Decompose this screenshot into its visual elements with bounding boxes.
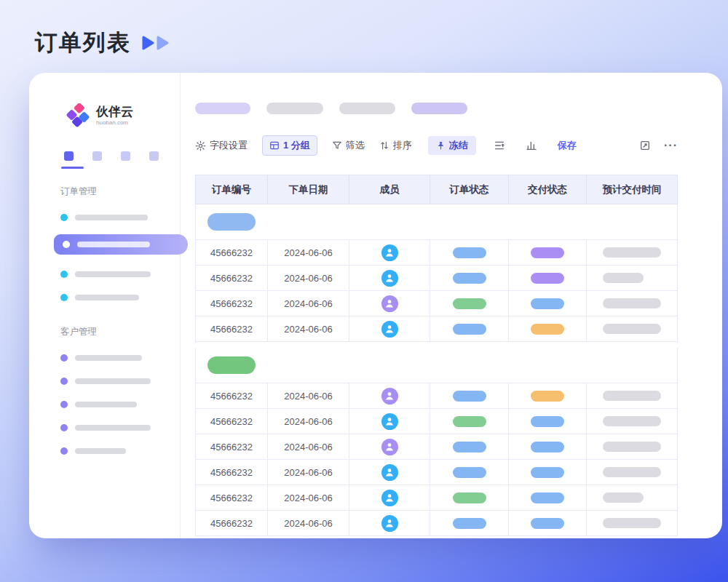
date-cell[interactable]: 2024-06-06 <box>268 266 349 291</box>
delivery-status-cell[interactable] <box>509 460 587 485</box>
date-cell[interactable]: 2024-06-06 <box>268 240 349 266</box>
sidebar-item[interactable] <box>29 401 180 408</box>
order-status-cell[interactable] <box>430 511 509 536</box>
sidebar-item[interactable] <box>29 354 180 362</box>
save-button[interactable]: 保存 <box>558 139 577 152</box>
order-status-cell[interactable] <box>430 460 509 485</box>
order-no-cell[interactable]: 45666232 <box>195 434 268 460</box>
order-status-cell[interactable] <box>430 316 509 342</box>
sidebar-item[interactable] <box>29 447 180 455</box>
eta-cell[interactable] <box>587 383 678 409</box>
eta-cell[interactable] <box>587 266 678 291</box>
view-tab-2[interactable] <box>92 151 102 161</box>
date-cell[interactable]: 2024-06-06 <box>268 485 349 511</box>
order-no-cell[interactable]: 45666232 <box>195 460 268 485</box>
delivery-status-cell[interactable] <box>509 383 587 409</box>
group-header-row[interactable] <box>195 348 678 383</box>
more-button[interactable]: ··· <box>664 139 678 152</box>
order-no-cell[interactable]: 45666232 <box>195 383 268 409</box>
eta-cell[interactable] <box>587 511 678 536</box>
group-header-row[interactable] <box>195 204 678 240</box>
date-cell[interactable]: 2024-06-06 <box>268 316 349 342</box>
eta-cell[interactable] <box>587 485 678 511</box>
view-tab-4[interactable] <box>149 151 159 161</box>
member-cell[interactable] <box>349 316 430 342</box>
edit-icon[interactable] <box>639 140 651 151</box>
member-cell[interactable] <box>349 240 430 266</box>
group-button[interactable]: 1 分组 <box>262 135 317 156</box>
column-header[interactable]: 交付状态 <box>509 175 587 204</box>
column-header[interactable]: 订单编号 <box>195 175 268 204</box>
delivery-status-cell[interactable] <box>509 511 587 536</box>
eta-cell[interactable] <box>587 240 678 266</box>
date-cell[interactable]: 2024-06-06 <box>268 383 349 409</box>
eta-cell[interactable] <box>587 460 678 485</box>
sidebar-item[interactable] <box>29 378 180 385</box>
sidebar-item[interactable] <box>29 294 180 301</box>
delivery-status-cell[interactable] <box>509 266 587 291</box>
member-cell[interactable] <box>349 511 430 536</box>
column-header[interactable]: 成员 <box>349 175 430 204</box>
row-group: 456662322024-06-06456662322024-06-064566… <box>195 204 678 342</box>
member-cell[interactable] <box>349 266 430 291</box>
delivery-status-cell[interactable] <box>509 409 587 434</box>
member-cell[interactable] <box>349 485 430 511</box>
order-status-pill <box>453 324 486 335</box>
chart-button[interactable] <box>526 140 537 151</box>
view-tab-1[interactable] <box>64 151 74 161</box>
cell-value: 45666232 <box>210 518 253 529</box>
eta-cell[interactable] <box>587 434 678 460</box>
breadcrumb-placeholders <box>195 103 722 114</box>
order-status-cell[interactable] <box>430 409 509 434</box>
row-height-button[interactable] <box>494 140 505 151</box>
delivery-status-cell[interactable] <box>509 434 587 460</box>
sidebar-item[interactable] <box>29 214 180 221</box>
delivery-status-cell[interactable] <box>509 291 587 316</box>
order-status-cell[interactable] <box>430 291 509 316</box>
order-no-cell[interactable]: 45666232 <box>195 266 268 291</box>
member-cell[interactable] <box>349 383 430 409</box>
order-no-cell[interactable]: 45666232 <box>195 316 268 342</box>
sidebar-item[interactable] <box>29 424 180 431</box>
group-value-pill <box>207 356 256 374</box>
field-settings-button[interactable]: 字段设置 <box>195 139 248 152</box>
delivery-status-cell[interactable] <box>509 485 587 511</box>
member-cell[interactable] <box>349 409 430 434</box>
freeze-button[interactable]: 冻结 <box>428 136 476 155</box>
order-no-cell[interactable]: 45666232 <box>195 511 268 536</box>
sidebar-item[interactable] <box>29 271 180 278</box>
cell-value: 2024-06-06 <box>284 442 333 453</box>
filter-button[interactable]: 筛选 <box>332 139 365 152</box>
order-status-cell[interactable] <box>430 266 509 291</box>
column-header[interactable]: 预计交付时间 <box>587 175 678 204</box>
order-status-cell[interactable] <box>430 383 509 409</box>
eta-cell[interactable] <box>587 409 678 434</box>
date-cell[interactable]: 2024-06-06 <box>268 291 349 316</box>
delivery-status-cell[interactable] <box>509 316 587 342</box>
delivery-status-cell[interactable] <box>509 240 587 266</box>
column-header[interactable]: 下单日期 <box>268 175 349 204</box>
eta-cell[interactable] <box>587 316 678 342</box>
eta-cell[interactable] <box>587 291 678 316</box>
date-cell[interactable]: 2024-06-06 <box>268 434 349 460</box>
eta-placeholder-pill <box>603 298 661 308</box>
member-cell[interactable] <box>349 434 430 460</box>
date-cell[interactable]: 2024-06-06 <box>268 511 349 536</box>
member-cell[interactable] <box>349 291 430 316</box>
column-header[interactable]: 订单状态 <box>430 175 509 204</box>
date-cell[interactable]: 2024-06-06 <box>268 409 349 434</box>
view-tab-3[interactable] <box>121 151 130 161</box>
order-no-cell[interactable]: 45666232 <box>195 409 268 434</box>
eta-placeholder-pill <box>603 324 661 334</box>
member-cell[interactable] <box>349 460 430 485</box>
order-status-cell[interactable] <box>430 485 509 511</box>
order-no-cell[interactable]: 45666232 <box>195 485 268 511</box>
pin-icon <box>436 141 446 151</box>
order-status-cell[interactable] <box>430 240 509 266</box>
order-no-cell[interactable]: 45666232 <box>195 291 268 316</box>
order-no-cell[interactable]: 45666232 <box>195 240 268 266</box>
order-status-cell[interactable] <box>430 434 509 460</box>
date-cell[interactable]: 2024-06-06 <box>268 460 349 485</box>
sidebar-item-active[interactable] <box>54 234 188 255</box>
sort-button[interactable]: 排序 <box>379 139 412 152</box>
